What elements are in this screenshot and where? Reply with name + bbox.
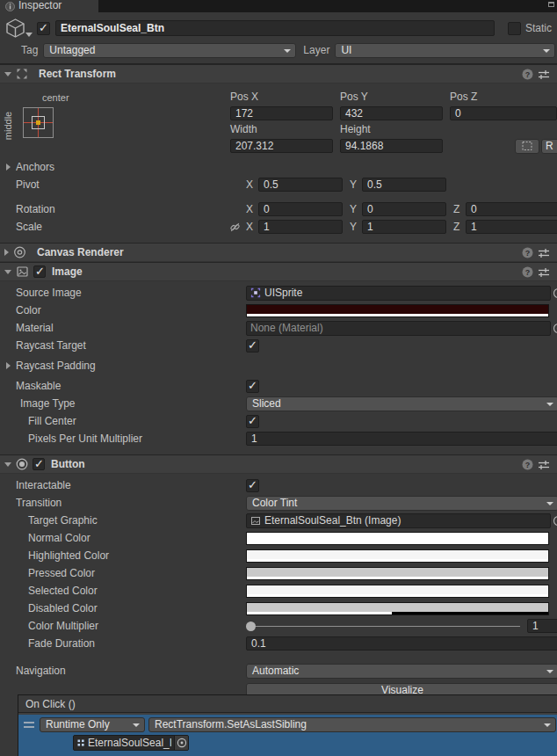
object-picker-icon[interactable] (553, 323, 557, 334)
material-value: None (Material) (250, 322, 323, 335)
help-icon[interactable]: ? (522, 459, 533, 470)
layer-label: Layer (303, 44, 329, 56)
layer-dropdown[interactable]: UI (335, 43, 555, 58)
help-icon[interactable]: ? (522, 266, 533, 278)
foldout-open-icon[interactable] (4, 72, 11, 76)
svg-text:?: ? (525, 248, 531, 257)
pos-z-field[interactable]: 0 (450, 106, 557, 120)
scale-z-field[interactable]: 1 (466, 220, 557, 234)
highlighted-color-swatch[interactable] (246, 549, 549, 563)
navigation-dropdown[interactable]: Automatic (246, 664, 557, 679)
rect-transform-icon (16, 68, 28, 80)
tab-inspector[interactable]: Inspector (0, 0, 98, 12)
image-component-icon (16, 265, 29, 278)
fade-duration-field[interactable]: 0.1 (246, 636, 557, 651)
image-header[interactable]: Image ? (0, 262, 557, 281)
slider-knob[interactable] (246, 622, 256, 631)
pos-x-field[interactable]: 172 (230, 106, 333, 120)
maskable-checkbox[interactable] (246, 380, 259, 393)
help-icon[interactable]: ? (522, 69, 533, 80)
raycast-target-checkbox[interactable] (246, 339, 259, 353)
foldout-closed-icon[interactable] (6, 362, 11, 369)
help-icon[interactable]: ? (522, 247, 533, 258)
component-enabled-checkbox[interactable] (33, 265, 46, 278)
normal-color-swatch[interactable] (246, 532, 549, 545)
canvas-renderer-header[interactable]: Canvas Renderer ? (0, 243, 557, 262)
foldout-closed-icon[interactable] (4, 249, 9, 256)
height-field[interactable]: 94.1868 (340, 139, 443, 153)
rotation-y-field[interactable]: 0 (362, 202, 446, 216)
foldout-closed-icon[interactable] (6, 164, 11, 171)
gameobject-icon-selector[interactable] (4, 17, 37, 40)
event-target-value: EternalSoulSeal_Image (R (88, 737, 171, 749)
active-checkbox[interactable] (37, 22, 50, 35)
button-header[interactable]: Button ? (0, 454, 557, 474)
navigation-label: Navigation (16, 665, 246, 677)
event-function-dropdown[interactable]: RectTransform.SetAsLastSibling (148, 717, 556, 732)
rect-transform-header[interactable]: Rect Transform ? (0, 64, 557, 84)
source-image-field[interactable]: UISprite (246, 286, 551, 301)
foldout-open-icon[interactable] (4, 270, 11, 274)
material-field[interactable]: None (Material) (246, 321, 551, 336)
ppu-multiplier-field[interactable]: 1 (246, 432, 557, 446)
disabled-color-swatch[interactable] (246, 602, 549, 615)
slider-track (248, 626, 520, 627)
name-input[interactable]: EternalSoulSeal_Btn (55, 20, 495, 36)
selected-color-swatch[interactable] (246, 585, 549, 598)
fill-center-checkbox[interactable] (246, 415, 259, 428)
raw-edit-mode-button[interactable]: R (541, 139, 557, 154)
ppu-multiplier-label: Pixels Per Unit Multiplier (16, 433, 246, 445)
alpha-strip (247, 594, 548, 597)
target-graphic-field[interactable]: EternalSoulSeal_Btn (Image) (246, 513, 551, 528)
drag-handle-icon[interactable] (24, 722, 34, 728)
pivot-y-field[interactable]: 0.5 (362, 178, 446, 192)
window-menu-icon[interactable] (548, 2, 554, 7)
object-picker-icon[interactable] (553, 287, 557, 299)
color-multiplier-field[interactable]: 1 (527, 619, 557, 633)
presets-icon[interactable] (538, 247, 550, 258)
blueprint-mode-button[interactable] (515, 139, 539, 154)
presets-icon[interactable] (538, 459, 550, 470)
axis-y-label: Y (350, 221, 358, 233)
svg-text:?: ? (525, 267, 531, 276)
component-title: Canvas Renderer (37, 246, 124, 258)
color-multiplier-slider[interactable] (246, 619, 522, 633)
rotation-z-field[interactable]: 0 (466, 202, 557, 216)
object-picker-icon[interactable] (174, 736, 188, 750)
tag-dropdown[interactable]: Untagged (43, 43, 296, 58)
width-field[interactable]: 207.312 (230, 139, 333, 153)
interactable-checkbox[interactable] (246, 479, 259, 492)
highlighted-color-label: Highlighted Color (16, 549, 246, 562)
fill-center-label: Fill Center (16, 415, 246, 427)
pos-y-field[interactable]: 432 (340, 106, 443, 120)
transition-dropdown[interactable]: Color Tint (246, 496, 557, 511)
image-type-dropdown[interactable]: Sliced (246, 396, 557, 411)
interactable-label: Interactable (16, 479, 246, 491)
presets-icon[interactable] (538, 69, 550, 80)
color-swatch[interactable] (246, 304, 549, 317)
color-label: Color (16, 304, 246, 316)
event-row-selected[interactable]: Runtime Only RectTransform.SetAsLastSibl… (18, 715, 557, 756)
raycast-target-label: Raycast Target (16, 339, 246, 352)
alpha-strip (247, 612, 548, 614)
event-mode-dropdown[interactable]: Runtime Only (40, 717, 145, 732)
fade-duration-label: Fade Duration (16, 637, 246, 650)
sprite-icon (250, 287, 261, 298)
anchor-preset-widget[interactable] (23, 107, 54, 138)
pivot-x-field[interactable]: 0.5 (258, 178, 343, 192)
foldout-open-icon[interactable] (4, 462, 11, 467)
object-picker-icon[interactable] (553, 515, 557, 527)
link-broken-icon[interactable] (229, 222, 241, 233)
pressed-color-swatch[interactable] (246, 567, 549, 580)
selected-color-label: Selected Color (16, 585, 246, 597)
axis-y-label: Y (350, 203, 358, 215)
component-title: Button (51, 458, 85, 470)
rotation-x-field[interactable]: 0 (258, 202, 343, 216)
presets-icon[interactable] (538, 266, 550, 278)
component-enabled-checkbox[interactable] (33, 458, 45, 470)
scale-y-field[interactable]: 1 (362, 220, 446, 234)
event-target-object-field[interactable]: EternalSoulSeal_Image (R (73, 735, 189, 751)
scale-x-field[interactable]: 1 (258, 220, 343, 234)
static-checkbox[interactable] (508, 22, 521, 35)
tag-label: Tag (21, 44, 38, 56)
